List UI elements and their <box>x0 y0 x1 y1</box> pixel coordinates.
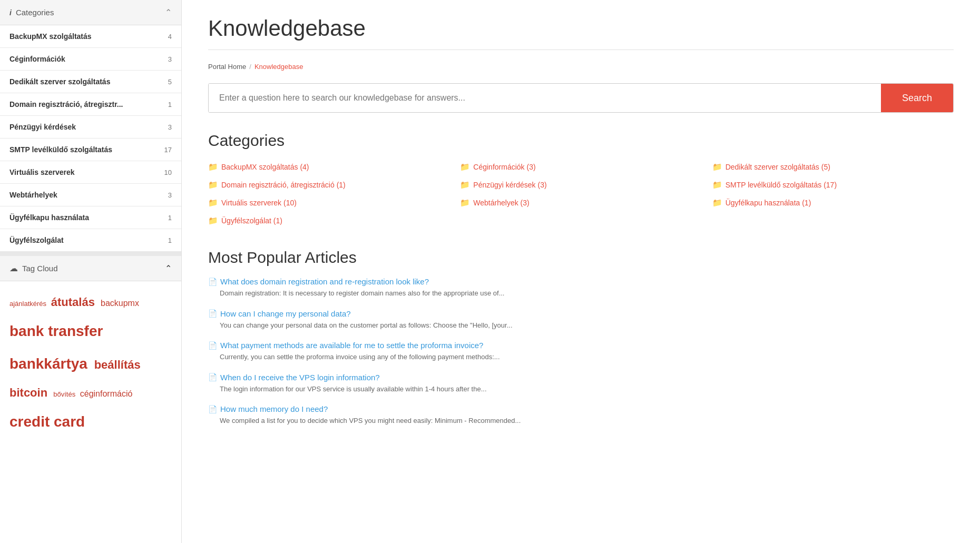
category-link-label: SMTP levélküldő szolgáltatás (17) <box>726 181 837 189</box>
info-icon: i <box>9 8 12 17</box>
category-link-label: Pénzügyi kérdések (3) <box>473 181 546 189</box>
article-title-text: How can I change my personal data? <box>220 309 351 318</box>
category-link-label: Virtuális szerverek (10) <box>221 199 297 207</box>
category-link-label: Ügyfélkapu használata (1) <box>726 199 811 207</box>
article-excerpt: The login information for our VPS servic… <box>220 384 954 394</box>
article-title-link[interactable]: 📄 What payment methods are available for… <box>208 341 954 350</box>
article-title-link[interactable]: 📄 How much memory do I need? <box>208 404 954 413</box>
chevron-up-icon[interactable]: ⌃ <box>165 7 172 17</box>
category-link[interactable]: 📁BackupMX szolgáltatás (4) <box>208 160 449 174</box>
folder-icon: 📁 <box>208 162 218 172</box>
sidebar-category-item[interactable]: Ügyfélkapu használata 1 <box>0 206 181 229</box>
article-item: 📄 What does domain registration and re-r… <box>208 277 954 299</box>
article-title-text: How much memory do I need? <box>220 404 328 413</box>
breadcrumb-separator: / <box>249 63 251 71</box>
tag-item[interactable]: bankkártya <box>9 356 92 372</box>
article-icon: 📄 <box>208 373 217 381</box>
category-link-label: BackupMX szolgáltatás (4) <box>221 163 309 171</box>
main-content: Knowledgebase Portal Home / Knowledgebas… <box>182 0 980 543</box>
category-link[interactable]: 📁Virtuális szerverek (10) <box>208 196 449 210</box>
tag-item[interactable]: ajánlatkérés <box>9 300 48 308</box>
cloud-icon: ☁ <box>9 263 18 273</box>
tag-item[interactable]: bitcoin <box>9 386 51 399</box>
sidebar-cat-label: SMTP levélküldő szolgáltatás <box>9 145 112 154</box>
sidebar-cat-label: Ügyfélszolgálat <box>9 236 64 244</box>
categories-sidebar-header: i Categories ⌃ <box>0 0 181 25</box>
sidebar-cat-count: 1 <box>168 214 172 222</box>
sidebar-category-item[interactable]: Domain regisztráció, átregisztr... 1 <box>0 93 181 116</box>
sidebar-cat-count: 3 <box>168 191 172 199</box>
category-link[interactable]: 📁Ügyfélkapu használata (1) <box>712 196 954 210</box>
sidebar-category-item[interactable]: Dedikált szerver szolgáltatás 5 <box>0 71 181 93</box>
folder-icon: 📁 <box>208 198 218 208</box>
breadcrumb: Portal Home / Knowledgebase <box>208 63 954 71</box>
tag-item[interactable]: beállítás <box>94 358 141 371</box>
article-excerpt: Currently, you can settle the proforma i… <box>220 352 954 362</box>
page-title: Knowledgebase <box>208 16 954 41</box>
sidebar-cat-count: 1 <box>168 236 172 244</box>
tag-item[interactable]: céginformáció <box>80 389 133 398</box>
search-bar: Search <box>208 83 954 113</box>
breadcrumb-home[interactable]: Portal Home <box>208 63 246 71</box>
sidebar-cat-count: 10 <box>164 169 172 176</box>
sidebar-cat-label: Domain regisztráció, átregisztr... <box>9 100 123 108</box>
tag-item[interactable]: átutalás <box>51 295 98 309</box>
category-link[interactable]: 📁Pénzügyi kérdések (3) <box>460 178 701 192</box>
category-link[interactable]: 📁Dedikált szerver szolgáltatás (5) <box>712 160 954 174</box>
sidebar-category-item[interactable]: Ügyfélszolgálat 1 <box>0 229 181 252</box>
search-input[interactable] <box>209 84 881 112</box>
tag-item[interactable]: bővítés <box>53 390 77 398</box>
article-title-link[interactable]: 📄 How can I change my personal data? <box>208 309 954 318</box>
sidebar-cat-count: 4 <box>168 33 172 41</box>
tag-cloud-section: ☁ Tag Cloud ⌃ ajánlatkérés átutalás back… <box>0 252 181 447</box>
category-link[interactable]: 📁Webtárhelyek (3) <box>460 196 701 210</box>
category-link-label: Dedikált szerver szolgáltatás (5) <box>726 163 830 171</box>
category-link-label: Ügyfélszolgálat (1) <box>221 216 282 225</box>
folder-icon: 📁 <box>460 198 470 208</box>
article-title-link[interactable]: 📄 What does domain registration and re-r… <box>208 277 954 286</box>
article-icon: 📄 <box>208 405 217 413</box>
article-excerpt: We compiled a list for you to decide whi… <box>220 416 954 426</box>
sidebar-category-item[interactable]: SMTP levélküldő szolgáltatás 17 <box>0 139 181 161</box>
sidebar-cat-label: Virtuális szerverek <box>9 168 75 176</box>
sidebar-category-item[interactable]: Webtárhelyek 3 <box>0 184 181 206</box>
tag-cloud-title: Tag Cloud <box>22 264 58 273</box>
tag-chevron-up-icon[interactable]: ⌃ <box>165 263 172 273</box>
article-title-text: When do I receive the VPS login informat… <box>220 373 380 382</box>
sidebar-category-item[interactable]: Pénzügyi kérdések 3 <box>0 116 181 139</box>
sidebar-cat-count: 5 <box>168 78 172 86</box>
article-title-text: What payment methods are available for m… <box>220 341 483 350</box>
sidebar-cat-label: Dedikált szerver szolgáltatás <box>9 77 110 86</box>
search-button[interactable]: Search <box>881 84 953 112</box>
category-link-label: Céginformációk (3) <box>473 163 535 171</box>
category-link[interactable]: 📁Ügyfélszolgálat (1) <box>208 214 449 228</box>
sidebar-category-item[interactable]: BackupMX szolgáltatás 4 <box>0 25 181 48</box>
categories-heading: Categories <box>208 132 954 150</box>
tag-cloud-header: ☁ Tag Cloud ⌃ <box>0 252 181 281</box>
folder-icon: 📁 <box>712 180 722 190</box>
article-icon: 📄 <box>208 278 217 286</box>
article-title-link[interactable]: 📄 When do I receive the VPS login inform… <box>208 373 954 382</box>
tag-item[interactable]: backupmx <box>101 299 139 308</box>
tag-item[interactable]: bank transfer <box>9 323 103 339</box>
categories-grid: 📁BackupMX szolgáltatás (4)📁Céginformáció… <box>208 160 954 228</box>
sidebar-cat-label: Céginformációk <box>9 55 65 63</box>
articles-list: 📄 What does domain registration and re-r… <box>208 277 954 426</box>
sidebar-category-item[interactable]: Céginformációk 3 <box>0 48 181 71</box>
sidebar: i Categories ⌃ BackupMX szolgáltatás 4 C… <box>0 0 182 543</box>
breadcrumb-current[interactable]: Knowledgebase <box>254 63 303 71</box>
category-link[interactable]: 📁SMTP levélküldő szolgáltatás (17) <box>712 178 954 192</box>
folder-icon: 📁 <box>712 162 722 172</box>
category-link[interactable]: 📁Domain regisztráció, átregisztráció (1) <box>208 178 449 192</box>
sidebar-category-item[interactable]: Virtuális szerverek 10 <box>0 161 181 184</box>
category-link[interactable]: 📁Céginformációk (3) <box>460 160 701 174</box>
folder-icon: 📁 <box>712 198 722 208</box>
article-excerpt: Domain registration: It is necessary to … <box>220 288 954 299</box>
categories-sidebar-title: Categories <box>16 8 54 17</box>
folder-icon: 📁 <box>208 216 218 225</box>
folder-icon: 📁 <box>460 162 470 172</box>
sidebar-cat-label: BackupMX szolgáltatás <box>9 32 92 41</box>
tag-item[interactable]: credit card <box>9 413 85 430</box>
article-item: 📄 How much memory do I need? We compiled… <box>208 404 954 426</box>
folder-icon: 📁 <box>208 180 218 190</box>
